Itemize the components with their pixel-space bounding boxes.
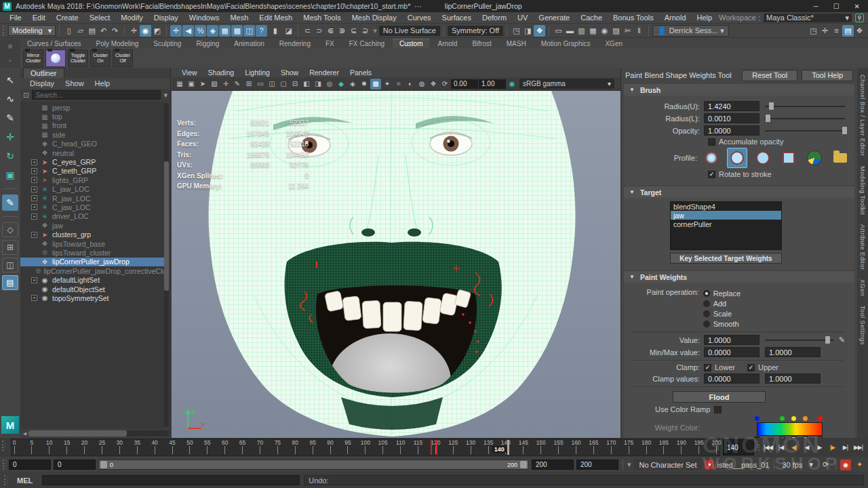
shelf-tab[interactable]: MASH xyxy=(500,39,533,48)
workspace-lock-icon[interactable]: ⚲ xyxy=(855,14,864,22)
exposure-reset-icon[interactable]: ⟳ xyxy=(439,79,450,89)
menu-item[interactable]: Edit Mesh xyxy=(254,13,298,22)
lock-camera-icon[interactable]: ▣ xyxy=(186,79,197,89)
symmetry-field[interactable]: Symmetry: Off xyxy=(448,26,503,36)
pause-viewport-icon[interactable]: ‖ xyxy=(633,25,645,37)
accumulate-opacity-checkbox[interactable] xyxy=(708,138,715,146)
anim-layer-chip[interactable]: ▾ isted__pass_01 xyxy=(705,460,769,469)
output-operations-icon[interactable]: ◨ xyxy=(522,25,534,37)
safe-title-icon[interactable]: ◨ xyxy=(313,79,323,89)
2d-pan-zoom-icon[interactable]: ✛ xyxy=(220,79,231,89)
go-to-end-button[interactable]: ▶▶| xyxy=(852,441,864,453)
layout-four-view[interactable]: ⊞ xyxy=(2,240,18,255)
snap-to-projected-center-icon[interactable]: ⋑ xyxy=(336,25,348,37)
hypershade-icon[interactable]: ◉ xyxy=(599,25,610,37)
select-tool[interactable]: ↖ xyxy=(2,72,18,88)
mask-surfaces-icon[interactable]: ◈ xyxy=(207,25,218,37)
outliner-menu-item[interactable]: Display xyxy=(26,79,58,87)
rotate-tool[interactable]: ↻ xyxy=(2,148,18,164)
menu-item[interactable]: Arnold xyxy=(659,13,692,22)
expand-toggle[interactable]: + xyxy=(31,295,37,301)
outliner-vertical-scrollbar[interactable] xyxy=(164,103,169,427)
expand-toggle[interactable]: + xyxy=(31,214,37,220)
expand-toggle[interactable]: + xyxy=(31,277,37,283)
shelf-button-cluster-off[interactable]: Cluster Off xyxy=(113,49,133,67)
paint-operation-radio[interactable]: Replace xyxy=(703,288,778,298)
target-section-header[interactable]: ▼Target xyxy=(624,186,854,198)
menu-item[interactable]: Create xyxy=(51,13,84,22)
new-scene-icon[interactable]: ▯ xyxy=(63,25,75,37)
last-tool-paint-blend-shape-weights[interactable]: ✎ xyxy=(2,195,18,211)
ipr-render-icon[interactable]: ▥ xyxy=(576,25,587,37)
target-list-item[interactable]: cornerPuller xyxy=(671,220,781,228)
radius-u-slider[interactable] xyxy=(765,101,845,111)
select-object-icon[interactable]: ◉ xyxy=(140,25,151,37)
shelf-tab[interactable]: FX Caching xyxy=(342,39,391,48)
image-plane-icon[interactable]: ▧ xyxy=(209,79,220,89)
menu-item[interactable]: Help xyxy=(692,13,718,22)
paint-effects-icon[interactable]: ✄ xyxy=(622,25,633,37)
make-live-icon[interactable]: ⊇ xyxy=(359,25,371,37)
profile-square-icon[interactable] xyxy=(778,148,799,168)
scroll-left-arrow[interactable]: ◀ xyxy=(22,430,28,436)
sidebar-vertical-tab[interactable]: Channel Box / Layer Editor xyxy=(859,75,866,157)
outliner-row[interactable]: + ✳ L_jaw_LOC xyxy=(20,185,164,194)
camera-bookmark-icon[interactable]: ➤ xyxy=(197,79,208,89)
menu-item[interactable]: Modify xyxy=(115,13,148,22)
play-forwards-button[interactable]: ▶ xyxy=(814,441,825,453)
grid-icon[interactable]: ⊞ xyxy=(243,79,254,89)
character-set-dropdown[interactable]: No Character Set xyxy=(633,459,702,470)
animation-start-field[interactable]: 0 xyxy=(9,460,51,470)
ramp-gradient-bar[interactable] xyxy=(757,422,823,436)
workspace-dropdown[interactable]: Maya Classic* ▾ xyxy=(764,14,852,22)
undo-icon[interactable]: ↶ xyxy=(98,25,109,37)
outliner-row[interactable]: ❖ lipsToward_base xyxy=(20,239,164,248)
safe-action-icon[interactable]: ◧ xyxy=(301,79,312,89)
profile-ramp-icon[interactable] xyxy=(804,148,825,168)
gamma-field[interactable]: 1.00 xyxy=(479,79,506,89)
menu-item[interactable]: Select xyxy=(84,13,116,22)
outliner-row[interactable]: + ➤ C_eyes_GRP xyxy=(20,157,164,166)
menu-item[interactable]: Edit xyxy=(27,13,51,22)
menu-item[interactable]: UV xyxy=(512,13,533,22)
shelf-button-mirror-cluster[interactable]: Mirror Cluster xyxy=(23,49,43,67)
ramp-stop-handle[interactable] xyxy=(780,416,785,421)
profile-soft-icon[interactable] xyxy=(727,148,747,168)
mask-rendering-icon[interactable]: ◫ xyxy=(243,25,255,37)
target-list-item[interactable]: blendShape4 xyxy=(671,202,781,211)
sidebar-vertical-tab[interactable]: XGen xyxy=(859,279,866,296)
open-render-view-icon[interactable]: ▭ xyxy=(553,25,564,37)
motion-blur-icon[interactable]: ≈ xyxy=(393,79,404,89)
outliner-row[interactable]: ❖ C_head_GEO xyxy=(20,140,164,148)
paint-operation-radio[interactable]: Smooth xyxy=(703,319,778,329)
menu-item[interactable]: Mesh Tools xyxy=(298,13,346,22)
viewport-menu-item[interactable]: View xyxy=(177,68,202,77)
shelf-tab[interactable]: Poly Modeling xyxy=(89,39,145,48)
clamp-max-field[interactable]: 1.0000 xyxy=(765,373,821,384)
viewport-canvas[interactable]: Verts: 83921 52327 Edges: 167345 104542 … xyxy=(172,91,620,438)
radius-l-field[interactable]: 0.0010 xyxy=(704,113,760,123)
mask-handles-icon[interactable]: ✛ xyxy=(170,25,182,37)
menu-item[interactable]: Generate xyxy=(533,13,575,22)
shelf-tab[interactable]: Animation xyxy=(227,39,271,48)
profile-gaussian-icon[interactable] xyxy=(701,148,722,168)
perspective-viewport[interactable]: ViewShadingLightingShowRendererPanels ▦▣… xyxy=(172,68,620,438)
paint-operation-radio[interactable]: Add xyxy=(703,298,778,308)
ramp-stop-handle[interactable] xyxy=(818,416,823,421)
expand-toggle[interactable]: + xyxy=(31,177,37,183)
light-editor-icon[interactable]: ▨ xyxy=(610,25,622,37)
menu-item[interactable]: Mesh xyxy=(224,13,254,22)
outliner-horizontal-scrollbar[interactable] xyxy=(28,430,169,436)
clamp-upper-checkbox[interactable]: ✓ xyxy=(747,364,755,371)
menu-item[interactable]: Cache xyxy=(575,13,608,22)
film-gate-icon[interactable]: ▭ xyxy=(255,79,266,89)
sidebar-vertical-tab[interactable]: Attribute Editor xyxy=(859,224,866,270)
outliner-row[interactable]: + ➤ clusters_grp xyxy=(20,230,164,239)
layout-single-pane[interactable]: ◇ xyxy=(2,222,18,237)
sidebar-vertical-tab[interactable]: Tool Settings xyxy=(859,306,866,345)
mask-points-icon[interactable]: % xyxy=(195,25,206,37)
outliner-row[interactable]: ❖ neutral xyxy=(20,148,164,157)
render-current-frame-icon[interactable]: ▬ xyxy=(564,25,576,37)
select-camera-icon[interactable]: ▦ xyxy=(174,79,185,89)
chevron-down-icon[interactable]: ▾ xyxy=(163,91,167,100)
